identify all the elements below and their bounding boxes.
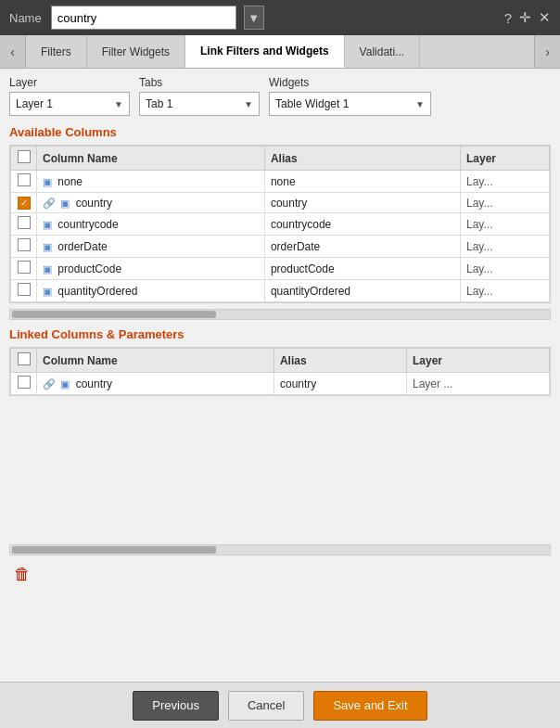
linked-row-name: 🔗 ▣ country xyxy=(37,373,274,395)
available-row-name: 🔗 ▣ country xyxy=(37,193,265,213)
move-icon[interactable]: ✛ xyxy=(519,9,531,26)
close-icon[interactable]: ✕ xyxy=(539,9,551,26)
tab-filter-widgets[interactable]: Filter Widgets xyxy=(87,35,185,68)
available-col-name-text: countrycode xyxy=(57,218,118,231)
col-type-icon: ▣ xyxy=(43,241,52,252)
layer-label: Layer xyxy=(9,76,130,89)
available-row-layer: Lay... xyxy=(461,213,550,236)
name-label: Name xyxy=(9,11,42,25)
available-row-checkbox[interactable] xyxy=(18,261,31,274)
bottom-scrollbar-area: 🗑 xyxy=(9,544,551,587)
available-row-layer: Lay... xyxy=(461,171,550,193)
available-row-check[interactable] xyxy=(11,258,37,280)
available-row-check[interactable] xyxy=(11,280,37,302)
available-row: ▣ quantityOrdered quantityOrdered Lay... xyxy=(11,280,550,302)
linked-row-alias: country xyxy=(274,373,406,395)
widgets-dropdown[interactable]: Table Widget 1 ▼ xyxy=(269,92,431,116)
linked-col-name-text: country xyxy=(76,377,112,390)
bottom-scrollbar-thumb xyxy=(12,546,216,554)
available-row-checkbox[interactable] xyxy=(18,197,31,210)
available-header-colname: Column Name xyxy=(37,147,265,171)
col-type-icon: ▣ xyxy=(43,263,52,275)
col-type-icon: ▣ xyxy=(60,198,70,209)
available-row-name: ▣ productCode xyxy=(37,258,265,280)
layer-arrow-icon: ▼ xyxy=(114,99,123,109)
tab-left-arrow[interactable]: ‹ xyxy=(0,35,26,68)
available-col-name-text: orderDate xyxy=(57,240,107,253)
available-row-alias: productCode xyxy=(264,258,460,280)
linked-columns-table-container[interactable]: Column Name Alias Layer xyxy=(9,347,551,396)
widgets-label: Widgets xyxy=(269,76,431,89)
help-icon[interactable]: ? xyxy=(504,10,512,26)
tabs-dropdown-group: Tabs Tab 1 ▼ xyxy=(139,76,260,116)
layer-dropdown-group: Layer Layer 1 ▼ xyxy=(9,76,130,116)
col-type-icon: ▣ xyxy=(43,286,52,297)
linked-header-layer: Layer xyxy=(407,349,550,373)
available-col-name-text: quantityOrdered xyxy=(57,285,137,298)
bottom-scrollbar-h[interactable] xyxy=(9,544,551,556)
col-type-icon: ▣ xyxy=(60,378,70,390)
linked-header-colname: Column Name xyxy=(37,349,274,373)
title-bar: Name ▼ ? ✛ ✕ xyxy=(0,0,560,35)
available-columns-section: Available Columns Column Name Alias xyxy=(9,125,551,303)
available-scrollbar-thumb xyxy=(12,311,216,318)
linked-header-check[interactable] xyxy=(11,349,37,373)
tab-link-filters-widgets[interactable]: Link Filters and Widgets xyxy=(185,35,345,68)
available-row: ▣ none none Lay... xyxy=(11,171,550,193)
available-row-name: ▣ orderDate xyxy=(37,236,265,258)
available-row-check[interactable] xyxy=(11,213,37,236)
available-row-check[interactable] xyxy=(11,236,37,258)
available-row-layer: Lay... xyxy=(461,236,550,258)
delete-button[interactable]: 🗑 xyxy=(9,561,35,587)
linked-columns-title: Linked Columns & Parameters xyxy=(9,327,551,341)
dropdowns-row: Layer Layer 1 ▼ Tabs Tab 1 ▼ Widgets Tab… xyxy=(9,76,551,116)
tabs-dropdown[interactable]: Tab 1 ▼ xyxy=(139,92,260,116)
linked-row-check[interactable] xyxy=(11,373,37,395)
available-header-check[interactable] xyxy=(11,147,37,171)
available-row-layer: Lay... xyxy=(461,258,550,280)
available-header-alias: Alias xyxy=(264,147,460,171)
tabs-arrow-icon: ▼ xyxy=(244,99,253,109)
available-row-alias: orderDate xyxy=(264,236,460,258)
available-row-checkbox[interactable] xyxy=(18,173,31,186)
link-icon: 🔗 xyxy=(43,198,56,209)
tab-right-arrow[interactable]: › xyxy=(534,35,560,68)
available-scrollbar-h[interactable] xyxy=(9,309,551,320)
footer: Previous Cancel Save and Exit xyxy=(0,682,560,728)
linked-header-checkbox[interactable] xyxy=(18,352,31,365)
layer-dropdown[interactable]: Layer 1 ▼ xyxy=(9,92,130,116)
available-row-layer: Lay... xyxy=(461,280,550,302)
linked-columns-section: Linked Columns & Parameters Column Name xyxy=(9,327,551,396)
available-columns-title: Available Columns xyxy=(9,125,551,139)
tab-validation[interactable]: Validati... xyxy=(345,35,420,68)
linked-row-checkbox[interactable] xyxy=(18,376,31,389)
available-row: ▣ orderDate orderDate Lay... xyxy=(11,236,550,258)
name-input[interactable] xyxy=(51,6,236,30)
linked-header-alias: Alias xyxy=(274,349,406,373)
tabs-value: Tab 1 xyxy=(146,97,172,110)
available-row-checkbox[interactable] xyxy=(18,216,31,229)
linked-row: 🔗 ▣ country country Layer ... xyxy=(11,373,550,395)
available-col-name-text: country xyxy=(76,197,112,210)
available-columns-table-container[interactable]: Column Name Alias Layer xyxy=(9,145,551,303)
available-row-check[interactable] xyxy=(11,171,37,193)
previous-button[interactable]: Previous xyxy=(133,691,219,721)
trash-icon: 🗑 xyxy=(14,565,31,584)
available-row-name: ▣ countrycode xyxy=(37,213,265,236)
available-row-check[interactable] xyxy=(11,193,37,213)
tab-navigation: ‹ Filters Filter Widgets Link Filters an… xyxy=(0,35,560,69)
available-row-checkbox[interactable] xyxy=(18,283,31,296)
cancel-button[interactable]: Cancel xyxy=(228,691,304,721)
available-row: ▣ countrycode countrycode Lay... xyxy=(11,213,550,236)
page-wrapper: Name ▼ ? ✛ ✕ ‹ Filters Filter Widgets Li… xyxy=(0,0,560,728)
save-button[interactable]: Save and Exit xyxy=(313,691,426,721)
available-row-alias: quantityOrdered xyxy=(264,280,460,302)
name-dropdown-arrow[interactable]: ▼ xyxy=(244,6,264,30)
widgets-dropdown-group: Widgets Table Widget 1 ▼ xyxy=(269,76,431,116)
available-row-checkbox[interactable] xyxy=(18,238,31,251)
available-row-name: ▣ none xyxy=(37,171,265,193)
available-row-name: ▣ quantityOrdered xyxy=(37,280,265,302)
available-col-name-text: productCode xyxy=(57,262,121,275)
tab-filters[interactable]: Filters xyxy=(26,35,87,68)
available-header-checkbox[interactable] xyxy=(18,150,31,163)
